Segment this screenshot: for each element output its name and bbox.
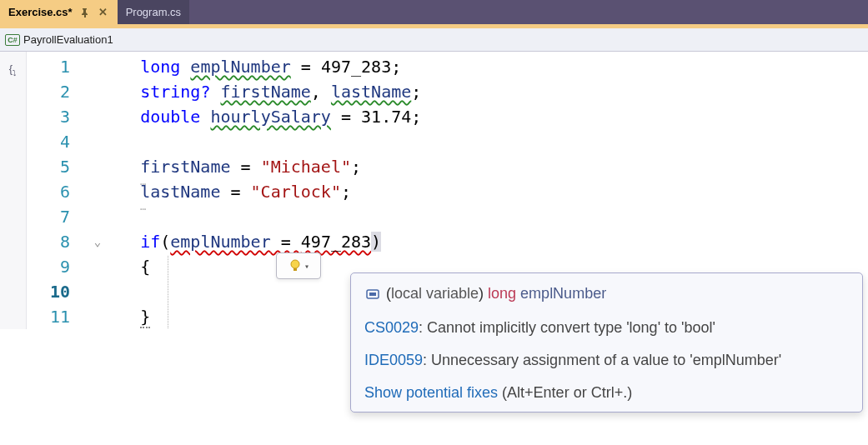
code-line[interactable] bbox=[85, 129, 868, 154]
code-line[interactable]: string? firstName, lastName; bbox=[85, 79, 868, 104]
line-number: 1 bbox=[27, 54, 70, 79]
line-number: 8 bbox=[27, 229, 70, 254]
diagnostic-message: IDE0059: Unnecessary assignment of a val… bbox=[364, 352, 849, 369]
csharp-badge-icon: C# bbox=[5, 34, 20, 46]
tab-exercise[interactable]: Exercise.cs* ✕ bbox=[0, 0, 118, 24]
line-number: 5 bbox=[27, 154, 70, 179]
line-number: 7 bbox=[27, 204, 70, 229]
line-number: 9 bbox=[27, 254, 70, 279]
fold-chevron-icon[interactable]: ⌄ bbox=[85, 229, 110, 254]
svg-point-0 bbox=[291, 260, 299, 268]
line-number-current: 10 bbox=[27, 279, 70, 304]
tab-program[interactable]: Program.cs bbox=[118, 0, 189, 24]
code-line[interactable]: double hourlySalary = 31.74; bbox=[85, 104, 868, 129]
line-number: 2 bbox=[27, 79, 70, 104]
show-fixes-link[interactable]: Show potential fixes (Alt+Enter or Ctrl+… bbox=[364, 384, 849, 402]
line-number: 4 bbox=[27, 129, 70, 154]
light-bulb-icon bbox=[288, 258, 303, 273]
line-number: 11 bbox=[27, 304, 70, 329]
variable-icon bbox=[364, 286, 381, 302]
code-line[interactable]: ⌄ if(emplNumber = 497_283) bbox=[85, 229, 868, 254]
tab-bar: Exercise.cs* ✕ Program.cs bbox=[0, 0, 868, 28]
line-number-gutter: 1 2 3 4 5 6 7 8 9 10 11 bbox=[27, 52, 85, 329]
structure-glyph-icon[interactable]: {⤵ bbox=[0, 54, 26, 79]
line-number: 3 bbox=[27, 104, 70, 129]
light-bulb-button[interactable]: ▾ bbox=[276, 252, 321, 279]
close-icon[interactable]: ✕ bbox=[98, 6, 109, 18]
svg-rect-3 bbox=[369, 292, 376, 296]
diagnostic-message: CS0029: Cannot implicitly convert type '… bbox=[364, 319, 849, 337]
code-line[interactable] bbox=[85, 204, 868, 229]
navigation-context[interactable]: PayrollEvaluation1 bbox=[23, 33, 113, 46]
pin-icon[interactable] bbox=[79, 8, 91, 18]
code-line[interactable]: long emplNumber = 497_283; bbox=[85, 54, 868, 79]
svg-rect-1 bbox=[294, 268, 297, 271]
navigation-bar: C# PayrollEvaluation1 bbox=[0, 28, 868, 52]
line-number: 6 bbox=[27, 179, 70, 204]
error-tooltip: (local variable) long emplNumber CS0029:… bbox=[350, 272, 863, 412]
code-line[interactable]: lastName = "Carlock";… bbox=[85, 179, 868, 204]
code-line[interactable]: firstName = "Michael";… bbox=[85, 154, 868, 179]
tab-label: Exercise.cs* bbox=[8, 6, 73, 18]
tab-label: Program.cs bbox=[126, 6, 181, 18]
tooltip-header: (local variable) long emplNumber bbox=[364, 285, 849, 302]
outline-margin: {⤵ bbox=[0, 52, 27, 329]
chevron-down-icon: ▾ bbox=[304, 262, 309, 271]
